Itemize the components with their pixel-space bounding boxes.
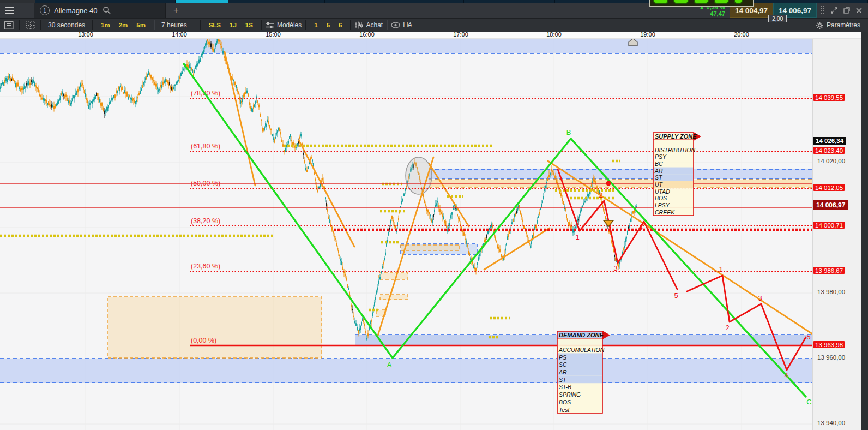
range-sls-button[interactable]: SLS — [204, 22, 225, 28]
price-axis[interactable]: 14 039,5514 026,3414 023,4014 020,0014 0… — [812, 31, 862, 430]
fib-level-label: (50,00 %) — [191, 180, 220, 187]
quote-change-absolute: 47,47 — [699, 10, 725, 17]
close-icon[interactable] — [855, 7, 863, 14]
zone-row-label: PS — [559, 354, 566, 361]
model-6-button[interactable]: 6 — [334, 22, 346, 28]
gear-icon — [816, 21, 824, 29]
main-menu-button[interactable] — [0, 3, 19, 18]
zigzag-point-label: C — [806, 398, 811, 406]
zone-row-label: BC — [655, 160, 663, 167]
led-clock-widget — [649, 0, 754, 7]
zigzag-point-label: 1 — [575, 233, 579, 241]
add-tab-button[interactable]: + — [173, 5, 179, 16]
instrument-tab[interactable]: 1 Allemagne 40 — [34, 3, 166, 18]
zone-row-label: ST — [559, 377, 567, 383]
zone-row-label: PSY — [655, 153, 667, 160]
popout-icon[interactable] — [843, 7, 851, 14]
price-gridline-label: 13 940,00 — [817, 420, 845, 426]
price-level-label: 14 026,34 — [813, 137, 846, 145]
price-level-label: 13 963,98 — [813, 341, 845, 348]
zone-row-label: ST-B — [559, 384, 571, 390]
zone-row-label: SC — [559, 361, 567, 368]
settings-button[interactable]: Paramètres — [816, 21, 860, 29]
zigzag-point-label: 2 — [725, 324, 729, 332]
led-digit — [714, 0, 729, 4]
timeframe-1m-button[interactable]: 1m — [97, 22, 114, 28]
zigzag-point-label: 5 — [806, 333, 810, 341]
zone-band — [0, 359, 812, 383]
linked-label: Lié — [403, 21, 412, 29]
dashed-zone-box — [108, 297, 322, 358]
zone-row-label: ST — [655, 174, 663, 181]
zone-title: SUPPLY ZONE — [655, 133, 697, 140]
zigzag-point-label: 2 — [599, 191, 602, 199]
led-digit — [734, 0, 743, 4]
range-current[interactable]: 7 heures — [158, 21, 190, 29]
fib-level-label: (23,60 %) — [191, 262, 220, 270]
zone-row-label: UT — [655, 181, 664, 188]
timeframe-2m-button[interactable]: 2m — [114, 22, 132, 28]
price-gridline-label: 13 960,00 — [817, 354, 845, 361]
timeframe-5m-button[interactable]: 5m — [132, 22, 150, 28]
legend-list-button[interactable] — [2, 21, 15, 29]
zone-row-label: SPRING — [559, 391, 581, 398]
zone-row-label: Test — [559, 407, 570, 413]
buy-order-button[interactable]: Achat — [354, 21, 383, 29]
model-1-button[interactable]: 1 — [310, 22, 322, 28]
drag-handle-icon[interactable] — [820, 5, 824, 15]
last-price-label: 14 006,97 — [813, 200, 848, 210]
range-1s-button[interactable]: 1S — [241, 22, 257, 28]
settings-label: Paramètres — [827, 21, 860, 29]
fib-level-label: (61,80 %) — [191, 142, 220, 150]
model-5-button[interactable]: 5 — [322, 22, 334, 28]
layout-grid-button[interactable] — [23, 21, 37, 29]
sliders-icon — [266, 22, 274, 29]
led-digit — [653, 0, 668, 4]
zone-row-label: AR — [558, 369, 567, 375]
price-level-label: 14 023,40 — [813, 147, 845, 154]
zone-row-label: ACCUMULATION — [558, 347, 605, 353]
led-digit — [673, 0, 689, 4]
zone-row-label: CREEK — [655, 209, 675, 216]
price-level-label: 13 986,67 — [813, 267, 845, 274]
dashed-zone-box — [401, 245, 460, 250]
price-level-label: 14 039,55 — [813, 94, 845, 101]
price-gridline-label: 14 020,00 — [817, 158, 845, 164]
linked-toggle[interactable]: Lié — [391, 21, 412, 29]
timeframe-current[interactable]: 30 secondes — [45, 21, 88, 29]
price-gridline-label: 13 980,00 — [817, 289, 845, 295]
candlestick-icon — [354, 21, 363, 29]
led-digit — [694, 0, 709, 4]
red-dot-marker — [606, 181, 611, 186]
zigzag-point-label: 3 — [758, 294, 762, 302]
zigzag-point-label: 4 — [638, 223, 642, 231]
zone-band — [0, 39, 812, 53]
expand-icon[interactable] — [830, 7, 838, 14]
zone-band — [429, 169, 812, 179]
zone-row-label: AR — [654, 168, 663, 174]
zigzag-point-label: B — [566, 128, 571, 136]
chart-toolbar: 30 secondes 1m 2m 5m 7 heures SLS 1J 1S … — [0, 18, 868, 32]
zone-title: DEMAND ZONE — [559, 332, 604, 338]
zone-row-label: BOS — [559, 399, 571, 405]
dashed-zone-box — [380, 295, 408, 300]
price-level-label: 14 000,71 — [813, 222, 845, 229]
eye-icon — [391, 22, 400, 28]
instrument-title: Allemagne 40 — [54, 7, 98, 15]
chart-plot-area[interactable]: (78,60 %)(61,80 %)(50,00 %)(38,20 %)(23,… — [0, 0, 812, 430]
models-button[interactable]: Modèles — [266, 21, 302, 29]
fib-level-label: (0,00 %) — [191, 337, 216, 344]
dashed-zone-box — [379, 273, 408, 279]
range-1j-button[interactable]: 1J — [225, 22, 241, 28]
spread-badge: 2,00 — [768, 15, 787, 22]
trading-platform-window: 1 Allemagne 40 + ▲ 0,34 % 47,47 14 004,9… — [0, 0, 868, 430]
zigzag-point-label: 3 — [613, 264, 617, 272]
zigzag-point-label: 1 — [719, 265, 722, 273]
buy-label: Achat — [366, 21, 383, 29]
search-icon[interactable] — [103, 6, 111, 15]
time-axis[interactable]: 13:0014:0015:0016:0017:0018:0019:0020:00 — [0, 31, 868, 39]
models-label: Modèles — [277, 21, 302, 29]
zigzag-point-label: 4 — [784, 372, 788, 380]
instrument-number-badge: 1 — [40, 5, 50, 15]
zone-row-label: DISTRIBUTION — [655, 147, 696, 153]
